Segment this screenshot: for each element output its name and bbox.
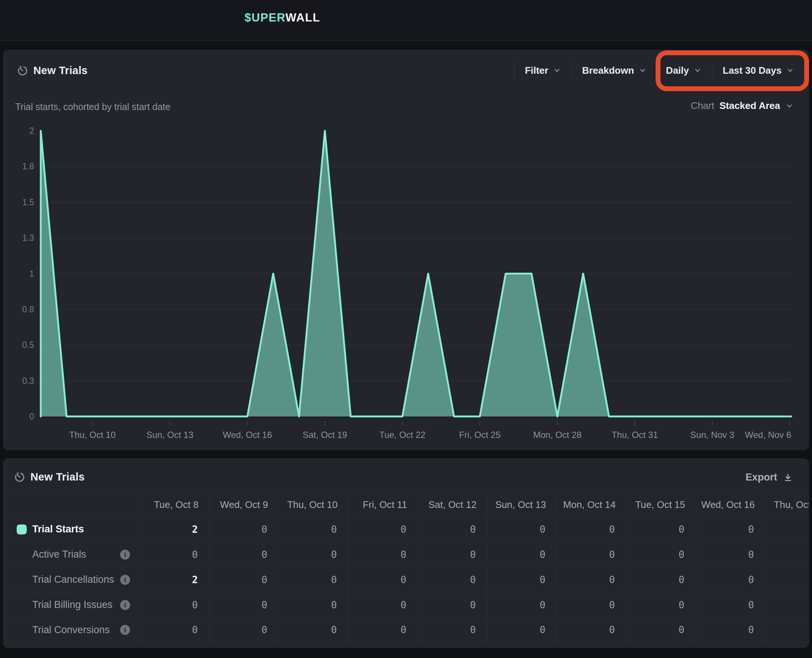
logo-white-part: WALL — [285, 11, 320, 24]
page: $UPERWALL New Trials Filter — [0, 0, 812, 658]
table-cell — [765, 617, 809, 642]
table-cell: 0 — [488, 542, 557, 567]
x-tick-label: Mon, Oct 28 — [533, 430, 582, 440]
column-header: Tue, Oct 15 — [626, 493, 696, 517]
table-cell: 2 — [140, 517, 209, 542]
top-bar: $UPERWALL — [0, 0, 812, 41]
column-header: Thu, Oct 10 — [279, 493, 348, 517]
y-tick-label: 0.5 — [22, 340, 34, 350]
table-cell: 0 — [209, 592, 279, 617]
column-header: Tue, Oct 8 — [140, 493, 209, 517]
table-panel-header: New Trials Export — [3, 458, 809, 492]
table-cell: 0 — [626, 517, 696, 542]
table-cell: 0 — [557, 592, 627, 617]
column-header: Sat, Oct 12 — [418, 493, 488, 517]
table-cell: 0 — [418, 592, 488, 617]
stacked-area-chart: 21.81.51.310.80.50.30Thu, Oct 10Sun, Oct… — [3, 50, 809, 450]
row-label-cell: Trial Cancellationsi — [3, 567, 140, 592]
trials-table: Tue, Oct 8Wed, Oct 9Thu, Oct 10Fri, Oct … — [3, 493, 809, 642]
export-button[interactable]: Export — [745, 472, 793, 483]
timer-icon — [14, 471, 25, 483]
y-tick-label: 2 — [29, 126, 34, 136]
info-icon[interactable]: i — [120, 625, 130, 635]
export-label: Export — [745, 472, 777, 483]
table-cell: 0 — [626, 617, 696, 642]
table-cell: 0 — [696, 617, 766, 642]
new-trials-chart-panel: New Trials Filter Breakdown Daily — [3, 50, 809, 450]
table-cell: 0 — [348, 517, 418, 542]
x-tick-label: Tue, Oct 22 — [379, 430, 425, 440]
table-cell: 0 — [696, 567, 766, 592]
table-cell — [765, 592, 809, 617]
table-cell: 0 — [488, 567, 557, 592]
row-label: Trial Starts — [32, 523, 84, 535]
table-cell: 0 — [140, 617, 209, 642]
table-cell — [765, 517, 809, 542]
table-cell: 0 — [279, 517, 348, 542]
row-label: Trial Billing Issues — [32, 599, 113, 611]
y-tick-label: 0.8 — [22, 304, 34, 314]
x-tick-label: Sun, Nov 3 — [690, 430, 735, 440]
table-cell: 0 — [279, 617, 348, 642]
table-cell: 0 — [626, 567, 696, 592]
table-cell: 0 — [557, 542, 627, 567]
table-cell: 0 — [348, 617, 418, 642]
info-icon[interactable]: i — [120, 550, 130, 559]
x-tick-label: Sat, Oct 19 — [303, 430, 347, 440]
table-cell: 0 — [626, 592, 696, 617]
table-cell: 0 — [488, 617, 557, 642]
table-cell: 0 — [488, 592, 557, 617]
y-tick-label: 1.5 — [22, 197, 34, 207]
column-header: Wed, Oct 9 — [209, 493, 279, 517]
table-cell: 0 — [418, 517, 488, 542]
table-cell: 0 — [418, 542, 488, 567]
table-cell: 0 — [209, 517, 279, 542]
x-tick-label: Thu, Oct 10 — [69, 430, 116, 440]
table-cell: 0 — [696, 542, 766, 567]
table-cell: 0 — [348, 567, 418, 592]
table-cell: 0 — [557, 567, 627, 592]
table-cell: 0 — [279, 567, 348, 592]
x-tick-label: Wed, Oct 16 — [223, 430, 272, 440]
x-tick-label: Wed, Nov 6 — [745, 430, 791, 440]
table-cell: 0 — [209, 617, 279, 642]
table-cell: 0 — [418, 567, 488, 592]
table-cell: 0 — [696, 592, 766, 617]
row-label-cell: Trial Starts — [3, 517, 140, 542]
column-header: Wed, Oct 16 — [696, 493, 766, 517]
y-tick-label: 0 — [29, 412, 34, 421]
info-icon[interactable]: i — [120, 600, 130, 610]
table-cell: 0 — [488, 517, 557, 542]
y-tick-label: 1.3 — [22, 233, 34, 243]
info-icon[interactable]: i — [120, 575, 130, 584]
column-header: Fri, Oct 11 — [348, 493, 418, 517]
table-cell: 0 — [557, 617, 627, 642]
x-tick-label: Thu, Oct 31 — [611, 430, 658, 440]
y-tick-label: 0.3 — [22, 376, 34, 386]
table-cell: 0 — [209, 567, 279, 592]
table-cell: 0 — [279, 542, 348, 567]
table-cell: 0 — [696, 517, 766, 542]
x-tick-label: Sun, Oct 13 — [146, 430, 193, 440]
row-label: Trial Cancellations — [32, 574, 114, 585]
x-tick-label: Fri, Oct 25 — [459, 430, 501, 440]
row-label-cell: Active Trialsi — [3, 542, 140, 567]
row-label-cell: Trial Conversionsi — [3, 617, 140, 642]
table-cell — [765, 542, 809, 567]
table-cell: 0 — [140, 542, 209, 567]
row-label-cell: Trial Billing Issuesi — [3, 592, 140, 617]
table-cell: 0 — [279, 592, 348, 617]
logo-teal-part: $UPER — [245, 11, 285, 24]
table-cell: 0 — [348, 592, 418, 617]
table-panel-title: New Trials — [30, 471, 85, 483]
column-header: Sun, Oct 13 — [488, 493, 557, 517]
table-cell: 2 — [140, 567, 209, 592]
table-cell: 0 — [140, 592, 209, 617]
table-cell: 0 — [209, 542, 279, 567]
row-label: Trial Conversions — [32, 624, 110, 636]
table-cell — [765, 567, 809, 592]
series-color-swatch — [17, 524, 27, 534]
column-header: Mon, Oct 14 — [557, 493, 627, 517]
superwall-logo: $UPERWALL — [245, 11, 320, 25]
new-trials-table-panel: New Trials Export Tue, Oct 8Wed, Oct 9Th… — [3, 458, 809, 648]
